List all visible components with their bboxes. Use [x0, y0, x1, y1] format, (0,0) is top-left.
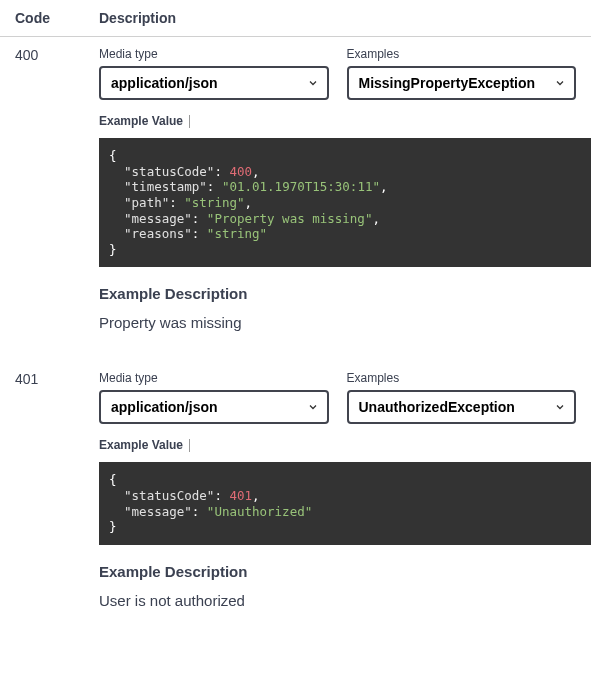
- example-description-label: Example Description: [99, 563, 576, 580]
- response-row: 400Media typeapplication/jsonExamplesMis…: [0, 37, 591, 361]
- media-type-label: Media type: [99, 371, 329, 385]
- media-type-label: Media type: [99, 47, 329, 61]
- response-content: Media typeapplication/jsonExamplesUnauth…: [99, 371, 576, 609]
- response-content: Media typeapplication/jsonExamplesMissin…: [99, 47, 576, 331]
- example-description-text: User is not authorized: [99, 592, 576, 609]
- response-row: 401Media typeapplication/jsonExamplesUna…: [0, 361, 591, 639]
- examples-select[interactable]: UnauthorizedException: [347, 390, 577, 424]
- header-code: Code: [15, 10, 99, 26]
- media-type-select[interactable]: application/json: [99, 390, 329, 424]
- responses-header: Code Description: [0, 0, 591, 37]
- examples-label: Examples: [347, 47, 577, 61]
- example-value-label: Example Value: [99, 114, 576, 128]
- status-code: 401: [15, 371, 99, 609]
- example-description-label: Example Description: [99, 285, 576, 302]
- example-description-text: Property was missing: [99, 314, 576, 331]
- example-value-code: { "statusCode": 401, "message": "Unautho…: [99, 462, 591, 545]
- header-description: Description: [99, 10, 576, 26]
- example-value-label: Example Value: [99, 438, 576, 452]
- media-type-select[interactable]: application/json: [99, 66, 329, 100]
- status-code: 400: [15, 47, 99, 331]
- examples-select[interactable]: MissingPropertyException: [347, 66, 577, 100]
- example-value-code: { "statusCode": 400, "timestamp": "01.01…: [99, 138, 591, 267]
- examples-label: Examples: [347, 371, 577, 385]
